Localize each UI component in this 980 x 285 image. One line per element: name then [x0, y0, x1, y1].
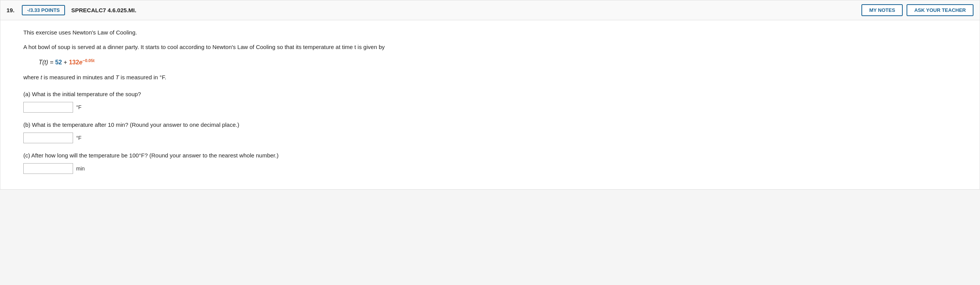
question-container: 19. -/3.33 POINTS SPRECALC7 4.6.025.MI. … [0, 0, 980, 190]
formula-const1: 52 [55, 59, 62, 66]
formula-func: T(t) = [39, 59, 55, 66]
part-c-input[interactable] [23, 163, 73, 174]
formula-plus: + [62, 59, 69, 66]
part-c-answer-row: min [23, 163, 970, 174]
part-a: (a) What is the initial temperature of t… [23, 90, 970, 113]
part-c-label: (c) After how long will the temperature … [23, 151, 970, 160]
header-buttons: MY NOTES ASK YOUR TEACHER [861, 4, 973, 16]
question-header: 19. -/3.33 POINTS SPRECALC7 4.6.025.MI. … [0, 0, 980, 20]
points-badge: -/3.33 POINTS [22, 5, 65, 15]
part-c: (c) After how long will the temperature … [23, 151, 970, 174]
formula-exp: −0.05t [83, 58, 95, 63]
part-a-input[interactable] [23, 102, 73, 113]
part-a-answer-row: °F [23, 102, 970, 113]
intro-text: This exercise uses Newton's Law of Cooli… [23, 28, 970, 37]
part-b-input[interactable] [23, 133, 73, 143]
part-c-unit: min [76, 165, 85, 172]
my-notes-button[interactable]: MY NOTES [861, 4, 903, 16]
where-text: where t is measured in minutes and T is … [23, 73, 970, 82]
question-number: 19. [7, 7, 16, 13]
part-a-unit: °F [76, 104, 81, 110]
formula-base: e [79, 59, 83, 66]
description-text: A hot bowl of soup is served at a dinner… [23, 43, 970, 52]
part-b: (b) What is the temperature after 10 min… [23, 120, 970, 143]
ask-teacher-button[interactable]: ASK YOUR TEACHER [907, 4, 973, 16]
part-a-label: (a) What is the initial temperature of t… [23, 90, 970, 99]
part-b-unit: °F [76, 135, 81, 141]
question-id: SPRECALC7 4.6.025.MI. [71, 7, 855, 13]
part-b-answer-row: °F [23, 133, 970, 143]
page-wrapper: 19. -/3.33 POINTS SPRECALC7 4.6.025.MI. … [0, 0, 980, 285]
part-b-label: (b) What is the temperature after 10 min… [23, 120, 970, 129]
question-body: This exercise uses Newton's Law of Cooli… [0, 20, 980, 189]
formula-display: T(t) = 52 + 132e−0.05t [39, 57, 970, 68]
formula-const2: 132 [69, 59, 79, 66]
